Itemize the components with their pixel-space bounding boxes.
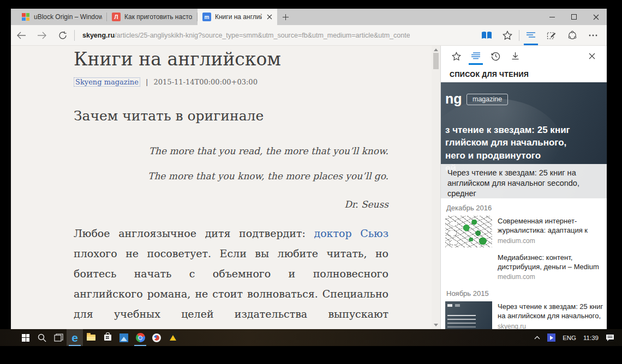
share-button[interactable] <box>562 26 583 45</box>
tab-title: Как приготовить настоящи <box>124 13 193 21</box>
toolbar-divider <box>519 30 519 41</box>
taskbar-file-explorer-button[interactable] <box>83 329 99 346</box>
hub-tab-favorites[interactable] <box>446 46 466 66</box>
minimize-icon <box>549 17 555 17</box>
skyeng-logo-fragment: ng <box>445 91 462 107</box>
clock[interactable]: 11:39 <box>583 335 599 341</box>
hub-lines-icon <box>526 32 536 39</box>
close-icon <box>589 53 595 59</box>
minimize-button[interactable] <box>541 9 563 25</box>
windows-taskbar: e ENG 11:39 <box>0 329 622 346</box>
tab-close-icon[interactable] <box>267 14 272 20</box>
tray-media-app-icon[interactable] <box>547 333 555 342</box>
web-note-icon <box>547 31 557 40</box>
red-app-icon <box>152 333 161 342</box>
byline-date: 2015-11-14T00:00:00+03:00 <box>154 78 258 86</box>
scroll-down-icon[interactable] <box>434 324 438 326</box>
ellipsis-icon <box>589 34 597 37</box>
item-source: medium.com <box>498 273 603 281</box>
photos-icon <box>119 333 128 342</box>
month-label: Ноябрь 2015 <box>446 289 607 298</box>
hub-panel: СПИСОК ДЛЯ ЧТЕНИЯ ng magazine з чтение к… <box>440 46 607 329</box>
refresh-button[interactable] <box>52 26 73 45</box>
history-clock-icon <box>491 52 500 61</box>
item-thumbnail-conference-photo <box>445 252 492 284</box>
address-bar[interactable]: skyeng.ru/articles/25-angliyskikh-knig?s… <box>82 32 410 39</box>
yellow-triangle-app-icon <box>169 333 178 342</box>
quote-line-1: The more that you read, the more that yo… <box>74 145 388 156</box>
hub-tab-reading-list[interactable] <box>466 46 486 66</box>
refresh-icon <box>58 31 67 40</box>
tab-books-in-english[interactable]: m Книги на английском <box>198 9 277 25</box>
window-controls <box>541 9 607 25</box>
task-view-button[interactable] <box>50 329 67 346</box>
star-icon <box>452 52 461 61</box>
browser-toolbar: skyeng.ru/articles/25-angliyskikh-knig?s… <box>11 25 607 46</box>
site-favicon: m <box>202 13 211 21</box>
edge-icon: e <box>71 332 78 343</box>
dr-seuss-link[interactable]: доктор Сьюз <box>314 227 388 239</box>
hub-tab-history[interactable] <box>486 46 505 66</box>
taskbar-store-button[interactable] <box>99 329 116 346</box>
tab-ublock-origin[interactable]: uBlock Origin – Windows A <box>16 9 107 25</box>
article-paragraph: Любое англоязычное дитя подтвердит: докт… <box>74 223 388 329</box>
back-icon <box>16 32 26 39</box>
web-note-button[interactable] <box>541 26 562 45</box>
browser-window: uBlock Origin – Windows A Л Как приготов… <box>11 9 607 329</box>
reading-list-hero-card[interactable]: ng magazine з чтение к звездам: 25 книг … <box>441 82 607 198</box>
article-scrollbar[interactable] <box>432 46 440 329</box>
hub-button[interactable] <box>521 26 541 45</box>
reading-list-icon <box>471 52 481 60</box>
favorites-star-button[interactable] <box>497 26 518 45</box>
month-label: Декабрь 2016 <box>446 204 607 212</box>
taskbar-edge-button[interactable]: e <box>67 329 83 346</box>
title-bar: uBlock Origin – Windows A Л Как приготов… <box>11 9 607 25</box>
item-source: medium.com <box>498 237 603 245</box>
start-button[interactable] <box>17 329 34 346</box>
tab-recipe[interactable]: Л Как приготовить настоящи <box>107 9 198 25</box>
paragraph-text: плохого не посоветует. Если вы любите чи… <box>74 247 388 329</box>
download-icon <box>511 52 519 60</box>
taskbar-photos-button[interactable] <box>116 329 132 346</box>
toolbar-divider <box>74 30 75 41</box>
reading-list-item[interactable]: Медиабизнес: контент, дистрибуция, деньг… <box>441 252 607 284</box>
more-options-button[interactable] <box>583 26 603 45</box>
close-button[interactable] <box>585 9 607 25</box>
reading-view-book-icon <box>481 31 492 40</box>
new-tab-button[interactable] <box>277 9 294 25</box>
hub-close-button[interactable] <box>584 46 600 66</box>
reading-list-header: СПИСОК ДЛЯ ЧТЕНИЯ <box>450 71 607 78</box>
system-tray: ENG 11:39 <box>534 329 622 346</box>
reading-view-page: Книги на английском Skyeng magazine | 20… <box>11 46 440 329</box>
hub-tab-downloads[interactable] <box>505 46 525 66</box>
plus-icon <box>283 14 289 20</box>
magazine-badge: magazine <box>466 94 508 105</box>
windows-store-favicon <box>22 13 29 21</box>
toolbar-right-group <box>476 26 603 45</box>
scroll-up-icon[interactable] <box>434 48 438 51</box>
hero-title: Через чтение к звездам: 25 книг на англи… <box>447 168 602 198</box>
site-favicon: Л <box>112 13 121 21</box>
taskbar-app-button[interactable] <box>148 329 165 346</box>
tray-chevron-up-icon[interactable] <box>534 336 540 339</box>
quote-author: Dr. Seuss <box>74 199 388 210</box>
reading-view-button[interactable] <box>476 26 497 45</box>
taskbar-chrome-button[interactable] <box>132 329 148 346</box>
scrollbar-thumb[interactable] <box>433 53 439 69</box>
task-view-icon <box>54 333 63 342</box>
action-center-icon[interactable] <box>606 334 614 342</box>
forward-button[interactable] <box>32 26 52 45</box>
reading-list-item[interactable]: Через чтение к звездам: 25 книг на англи… <box>441 301 607 329</box>
item-title: Современная интернет-журналистика: адапт… <box>498 216 603 235</box>
item-title: Через чтение к звездам: 25 книг на англи… <box>498 302 603 321</box>
byline-source-link[interactable]: Skyeng magazine <box>74 77 140 87</box>
reading-list-item[interactable]: Современная интернет-журналистика: адапт… <box>441 216 607 247</box>
back-button[interactable] <box>11 26 32 45</box>
restore-button[interactable] <box>563 9 585 25</box>
windows-logo-icon <box>22 334 29 342</box>
chrome-icon <box>136 333 145 342</box>
language-indicator[interactable]: ENG <box>563 335 576 341</box>
taskbar-app-button[interactable] <box>165 329 181 346</box>
restore-icon <box>571 14 577 20</box>
taskbar-search-button[interactable] <box>34 329 50 346</box>
